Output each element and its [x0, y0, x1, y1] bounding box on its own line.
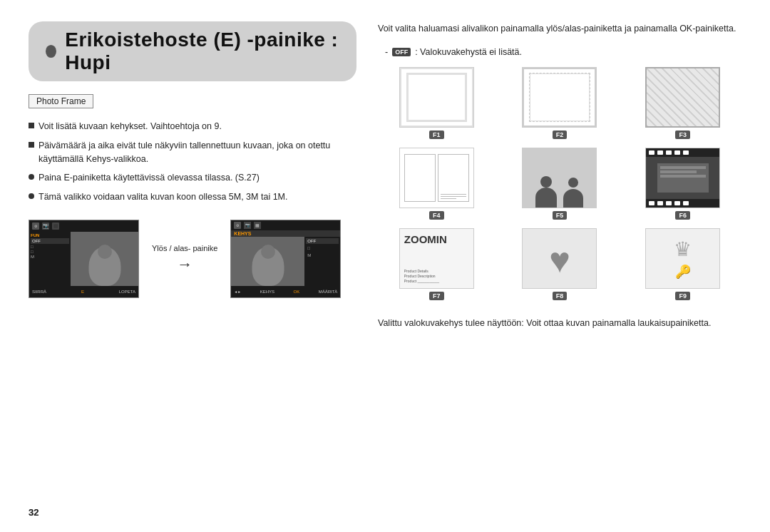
- frame-image-f4: [399, 148, 474, 208]
- frame-label-f8: F8: [553, 292, 568, 300]
- list-item: Paina E-painiketta käytettävissä olevass…: [29, 171, 356, 185]
- frame-cell-f1: F1: [378, 67, 496, 142]
- cam1-move-label: SIIRRÄ: [32, 290, 46, 294]
- cam1-e-label: E: [81, 290, 84, 294]
- right-column: Voit valita haluamasi alivalikon painama…: [378, 21, 741, 511]
- frame-label-f7: F7: [429, 292, 444, 300]
- title-dot-icon: [46, 45, 56, 58]
- camera-screen-2: ⚙ 📷 ▦ KEHYS OFF □: [230, 220, 341, 298]
- frame-cell-f5: F5: [501, 148, 619, 222]
- frame-image-f7: ZOOMIN Product Details Product Descripti…: [399, 228, 474, 289]
- page-number: 32: [29, 507, 38, 518]
- camera-section: ⚙ 📷 ▦ FUN OFF □ □ M: [29, 220, 356, 298]
- bullet-circle-icon: [29, 174, 34, 180]
- kehys-label: KEHYS: [231, 230, 340, 237]
- list-item: Päivämäärä ja aika eivät tule näkyviin t…: [29, 139, 356, 166]
- right-top-text: Voit valita haluamasi alivalikon painama…: [378, 21, 741, 36]
- frame-image-f6: [645, 148, 720, 208]
- frame-label-f4: F4: [429, 211, 444, 220]
- frame-image-f2: [522, 67, 597, 128]
- frame-cell-f7: ZOOMIN Product Details Product Descripti…: [378, 228, 496, 303]
- frame-cell-f6: F6: [624, 148, 741, 222]
- frame-label-f6: F6: [675, 211, 690, 220]
- off-badge: OFF: [392, 48, 411, 56]
- frame-cell-f8: ♥ F8: [501, 228, 619, 303]
- cam2-kehys-label: KEHYS: [260, 290, 274, 294]
- frame-image-f1: [399, 67, 474, 128]
- frame-image-f5: [522, 148, 597, 208]
- bullet-circle-icon: [29, 193, 34, 199]
- off-line: - OFF : Valokuvakehystä ei lisätä.: [385, 47, 741, 57]
- frame-cell-f4: F4: [378, 148, 496, 222]
- right-bottom-text: Valittu valokuvakehys tulee näyttöön: Vo…: [378, 316, 741, 330]
- title-bar: Erikoistehoste (E) -painike : Hupi: [29, 21, 356, 81]
- cam1-exit-label: LOPETA: [119, 290, 135, 294]
- cam2-ok-label: OK: [294, 290, 300, 294]
- photo-frame-button[interactable]: Photo Frame: [29, 94, 93, 108]
- page: Erikoistehoste (E) -painike : Hupi Photo…: [0, 0, 770, 532]
- frame-label-f1: F1: [429, 131, 444, 139]
- off-description: : Valokuvakehystä ei lisätä.: [415, 47, 522, 57]
- arrow-right-icon: →: [177, 255, 192, 274]
- frame-image-f3: [645, 67, 720, 128]
- bullet-square-icon: [29, 123, 34, 128]
- list-item: Voit lisätä kuvaan kehykset. Vaihtoehtoj…: [29, 120, 356, 133]
- camera-screen-1: ⚙ 📷 ▦ FUN OFF □ □ M: [29, 220, 139, 298]
- bullet-square-icon: [29, 142, 34, 148]
- frame-label-f5: F5: [553, 211, 568, 220]
- frame-label-f3: F3: [675, 131, 690, 139]
- frame-label-f9: F9: [675, 292, 690, 300]
- frame-image-f8: ♥: [522, 228, 597, 289]
- frame-label-f2: F2: [553, 131, 568, 139]
- list-item: Tämä valikko voidaan valita kuvan koon o…: [29, 190, 356, 204]
- frame-cell-f9: ♛ 🔑 F9: [624, 228, 741, 303]
- frame-cell-f2: F2: [501, 67, 619, 142]
- page-title: Erikoistehoste (E) -painike : Hupi: [65, 29, 339, 74]
- arrow-label: Ylös / alas- painike →: [152, 244, 217, 274]
- bullet-list: Voit lisätä kuvaan kehykset. Vaihtoehtoj…: [29, 120, 356, 204]
- left-column: Erikoistehoste (E) -painike : Hupi Photo…: [29, 21, 356, 511]
- frame-cell-f3: F3: [624, 67, 741, 142]
- frame-image-f9: ♛ 🔑: [645, 228, 720, 289]
- cam2-define-label: MÄÄRITÄ: [319, 290, 338, 294]
- frames-grid: F1 F2 F3: [378, 67, 741, 303]
